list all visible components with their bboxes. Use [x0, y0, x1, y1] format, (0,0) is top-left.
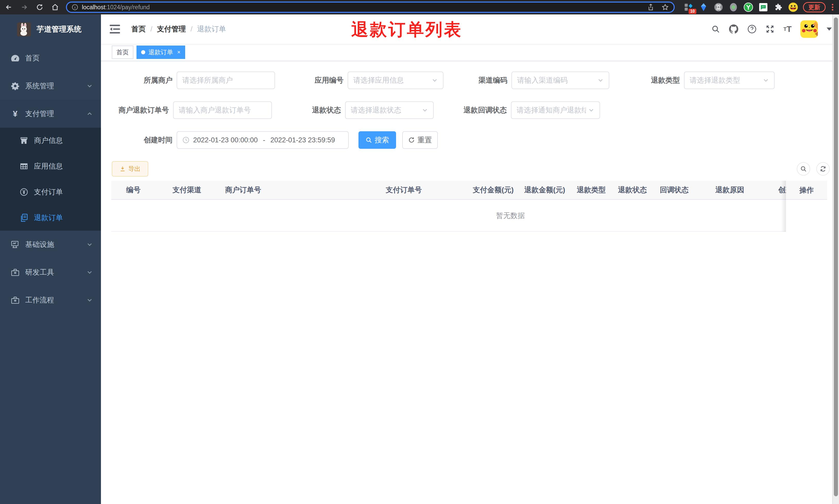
site-info-icon[interactable] — [72, 4, 78, 11]
github-icon[interactable] — [729, 24, 738, 34]
sidebar-item-refund-order[interactable]: 退款订单 — [0, 205, 101, 231]
chevron-down-icon — [588, 107, 594, 113]
documents-icon — [20, 214, 28, 222]
navbar-actions: TT — [711, 14, 832, 44]
screen: localhost:1024/pay/refund 10 — [0, 0, 839, 504]
close-tab-icon[interactable]: × — [177, 49, 180, 56]
refund-status-select[interactable]: 请选择退款状态 — [345, 102, 434, 119]
date-end[interactable]: 2022-01-23 23:59:59 — [270, 136, 335, 144]
sidebar: 芋道管理系统 首页 系统管理 ¥ 支付管理 — [0, 14, 101, 504]
puzzle-extensions-icon[interactable] — [773, 2, 783, 12]
gear-icon — [11, 82, 20, 90]
refund-table: 编号 支付渠道 商户订单号 支付订单号 支付金额(元) 退款金额(元) 退款类型… — [111, 181, 827, 232]
help-icon[interactable] — [747, 24, 756, 34]
breadcrumb-home[interactable]: 首页 — [131, 24, 146, 34]
app-select[interactable]: 请选择应用信息 — [347, 72, 444, 89]
url-text: localhost:1024/pay/refund — [82, 4, 647, 11]
table-header-row: 编号 支付渠道 商户订单号 支付订单号 支付金额(元) 退款金额(元) 退款类型… — [111, 181, 827, 200]
tag-home[interactable]: 首页 — [112, 46, 133, 59]
page-title: 退款订单列表 — [351, 18, 463, 41]
filter-label-refund-type: 退款类型 — [613, 72, 680, 89]
col-merchant-order-no: 商户订单号 — [220, 185, 381, 195]
sidebar-item-merchant-info[interactable]: 商户信息 — [0, 128, 101, 154]
export-button[interactable]: 导出 — [112, 161, 148, 177]
home-icon[interactable] — [49, 2, 62, 13]
sidebar-item-devtools[interactable]: 研发工具 — [0, 258, 101, 286]
chevron-down-icon — [87, 269, 93, 275]
record-extension-icon[interactable] — [728, 2, 738, 12]
fixed-column-shadow — [781, 181, 786, 232]
filter-label-create-time: 创建时间 — [106, 131, 173, 149]
col-pay-order-no: 支付订单号 — [381, 185, 468, 195]
user-avatar[interactable] — [800, 20, 818, 38]
date-start[interactable]: 2022-01-23 00:00:00 — [193, 136, 258, 144]
content: 所属商户 应用编号 请选择应用信息 渠道编码 请输入渠道编码 退款类型 请选择退… — [101, 62, 839, 504]
emoji-extension-icon[interactable] — [788, 2, 798, 12]
reload-icon[interactable] — [33, 2, 46, 13]
scrollbar-track[interactable] — [832, 14, 839, 504]
logo-rabbit-avatar — [17, 22, 31, 36]
extensions-cluster: 10 更新 — [683, 0, 835, 14]
font-size-icon[interactable]: TT — [783, 24, 792, 34]
browser-menu-icon[interactable] — [830, 4, 835, 11]
merchant-refund-no-field[interactable] — [179, 106, 266, 114]
dashboard-icon — [11, 54, 20, 62]
app-title: 芋道管理系统 — [37, 24, 82, 35]
sidebar-item-workflow[interactable]: 工作流程 — [0, 286, 101, 314]
chat-extension-icon[interactable] — [758, 2, 768, 12]
merchant-refund-no-input[interactable] — [173, 102, 272, 119]
app-logo[interactable]: 芋道管理系统 — [0, 14, 101, 44]
command-extension-icon[interactable] — [713, 2, 724, 12]
col-callback-status: 回调状态 — [655, 185, 710, 195]
y-extension-icon[interactable] — [743, 2, 753, 12]
sidebar-item-system[interactable]: 系统管理 — [0, 72, 101, 100]
avatar-caret-icon[interactable] — [827, 28, 832, 31]
col-operation: 操作 — [786, 181, 827, 200]
browser-update-button[interactable]: 更新 — [803, 2, 826, 12]
refund-type-select[interactable]: 请选择退款类型 — [684, 72, 774, 89]
yen-icon: ¥ — [11, 110, 20, 118]
col-refund-amount: 退款金额(元) — [519, 185, 572, 195]
merchant-input-field[interactable] — [182, 76, 269, 85]
sidebar-item-pay[interactable]: ¥ 支付管理 — [0, 100, 101, 128]
back-icon[interactable] — [2, 2, 15, 13]
chevron-down-icon — [87, 297, 93, 303]
fullscreen-icon[interactable] — [765, 24, 774, 34]
url-bar[interactable]: localhost:1024/pay/refund — [66, 2, 675, 13]
sidebar-item-home[interactable]: 首页 — [0, 44, 101, 72]
tag-refund-order[interactable]: 退款订单 × — [137, 46, 185, 59]
sidebar-item-infra[interactable]: 基础设施 — [0, 231, 101, 258]
reset-button[interactable]: 重置 — [402, 131, 438, 149]
search-button[interactable]: 搜索 — [358, 131, 396, 149]
kite-extension-icon[interactable] — [698, 2, 709, 12]
monitor-icon — [11, 241, 20, 248]
briefcase-icon — [11, 296, 20, 304]
sidebar-item-app-info[interactable]: 应用信息 — [0, 154, 101, 179]
browser-toolbar: localhost:1024/pay/refund 10 — [0, 0, 839, 14]
extension-badge: 10 — [689, 9, 696, 14]
show-search-button[interactable] — [797, 162, 810, 176]
search-icon[interactable] — [711, 25, 720, 34]
scrollbar-thumb[interactable] — [834, 18, 838, 496]
callback-status-select[interactable]: 请选择通知商户退款结果 — [511, 102, 600, 119]
refresh-button[interactable] — [816, 162, 830, 176]
breadcrumb-pay[interactable]: 支付管理 — [157, 24, 186, 34]
empty-text: 暂无数据 — [496, 200, 525, 232]
chevron-up-icon — [87, 111, 93, 117]
workflow-extension-icon[interactable]: 10 — [683, 2, 694, 12]
chevron-down-icon — [432, 77, 438, 84]
main-panel: 首页 / 支付管理 / 退款订单 退款订单列表 — [101, 14, 839, 504]
share-icon[interactable] — [647, 3, 654, 11]
sidebar-item-pay-order[interactable]: 支付订单 — [0, 179, 101, 205]
col-refund-type: 退款类型 — [572, 185, 613, 195]
forward-icon[interactable] — [18, 2, 31, 13]
bookmark-star-icon[interactable] — [661, 3, 669, 11]
store-icon — [20, 137, 28, 144]
channel-select[interactable]: 请输入渠道编码 — [512, 72, 609, 89]
sidebar-collapse-icon[interactable] — [110, 24, 120, 34]
breadcrumb: 首页 / 支付管理 / 退款订单 — [131, 14, 226, 44]
merchant-input[interactable] — [177, 72, 275, 89]
briefcase-icon — [11, 269, 20, 276]
filter-label-merchant-refund-no: 商户退款订单号 — [102, 102, 169, 119]
date-range-picker[interactable]: 2022-01-23 00:00:00 - 2022-01-23 23:59:5… — [177, 131, 349, 149]
